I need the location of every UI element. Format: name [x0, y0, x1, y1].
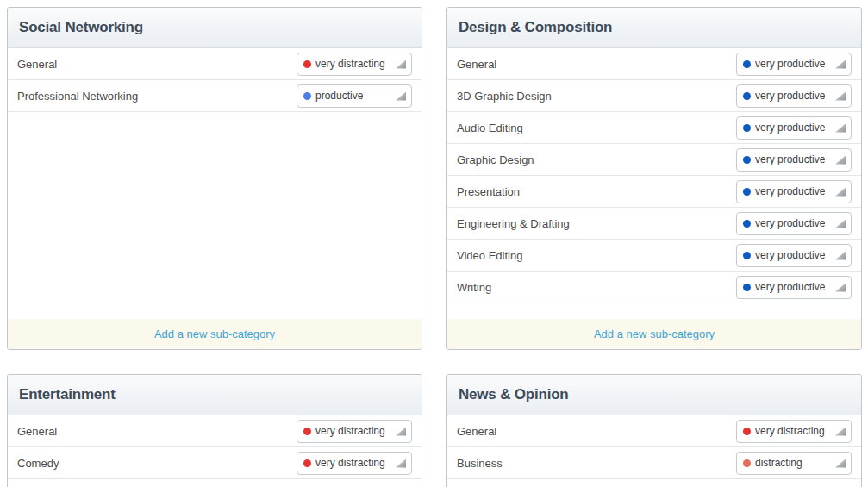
subcategory-row: Video Editing very productive: [447, 240, 861, 272]
subcategory-label: Audio Editing: [457, 122, 523, 134]
category-header: Entertainment: [8, 375, 422, 415]
subcategory-row: Business distracting: [447, 447, 861, 479]
productivity-dropdown[interactable]: productive: [297, 84, 412, 108]
subcategory-row: General very distracting: [447, 415, 861, 447]
subcategory-row: Audio Editing very productive: [447, 112, 861, 144]
dropdown-resize-grip-icon: [835, 252, 846, 260]
productivity-dropdown[interactable]: very productive: [736, 148, 852, 172]
productivity-dot-icon: [743, 220, 751, 228]
productivity-dropdown[interactable]: very productive: [736, 116, 852, 140]
productivity-value: very distracting: [315, 425, 385, 437]
subcategory-label: Video Editing: [457, 249, 522, 262]
productivity-dot-icon: [743, 252, 751, 259]
productivity-value: very productive: [755, 58, 825, 70]
dropdown-resize-grip-icon: [835, 220, 846, 228]
category-title: Entertainment: [19, 386, 116, 403]
productivity-dot-icon: [303, 60, 311, 68]
productivity-dot-icon: [303, 459, 311, 467]
subcategory-row: Engineering & Drafting very productive: [447, 208, 861, 240]
productivity-dropdown[interactable]: very distracting: [736, 420, 852, 443]
productivity-dropdown[interactable]: very productive: [736, 276, 852, 299]
subcategory-label: Comedy: [17, 457, 59, 470]
productivity-dot-icon: [743, 459, 751, 467]
subcategory-list: General very productive 3D Graphic Desig…: [447, 48, 861, 319]
subcategory-row: Writing very productive: [447, 272, 861, 303]
subcategory-label: General: [17, 58, 57, 71]
productivity-value: very productive: [755, 217, 825, 229]
subcategory-row: Presentation very productive: [447, 176, 861, 208]
productivity-dot-icon: [743, 284, 751, 291]
subcategory-label: Presentation: [457, 185, 520, 198]
productivity-value: very productive: [755, 90, 825, 102]
subcategory-label: Graphic Design: [457, 153, 534, 166]
subcategory-list: General very distracting Comedy very dis…: [8, 415, 422, 487]
productivity-dropdown[interactable]: very productive: [736, 212, 852, 235]
productivity-dot-icon: [743, 124, 751, 132]
productivity-value: very productive: [755, 281, 825, 293]
dropdown-resize-grip-icon: [835, 428, 846, 436]
panels-grid: Social Networking General very distracti…: [7, 7, 862, 487]
dropdown-resize-grip-icon: [835, 188, 846, 197]
productivity-value: distracting: [755, 457, 802, 469]
productivity-value: productive: [315, 90, 363, 102]
productivity-dropdown[interactable]: very productive: [736, 244, 852, 267]
subcategory-label: 3D Graphic Design: [457, 90, 552, 103]
productivity-value: very productive: [755, 249, 825, 261]
add-subcategory-link[interactable]: Add a new sub-category: [154, 328, 275, 340]
dropdown-resize-grip-icon: [396, 60, 406, 69]
subcategory-row: General very distracting: [8, 415, 422, 447]
productivity-dot-icon: [743, 60, 751, 68]
productivity-value: very productive: [755, 185, 825, 197]
productivity-dropdown[interactable]: very distracting: [297, 420, 412, 443]
productivity-dot-icon: [303, 428, 311, 435]
dropdown-resize-grip-icon: [835, 156, 846, 165]
productivity-dot-icon: [743, 156, 751, 164]
productivity-value: very distracting: [755, 425, 825, 437]
category-title: Design & Composition: [459, 19, 612, 36]
subcategory-label: Professional Networking: [17, 90, 138, 103]
category-panel: News & Opinion General very distracting …: [446, 374, 862, 487]
dropdown-resize-grip-icon: [835, 459, 846, 468]
subcategory-label: General: [457, 425, 496, 438]
subcategory-label: Writing: [457, 281, 491, 294]
dropdown-resize-grip-icon: [835, 124, 846, 133]
subcategory-list: General very distracting Business distra…: [447, 415, 861, 487]
dropdown-resize-grip-icon: [396, 92, 406, 101]
productivity-dropdown[interactable]: very productive: [736, 53, 852, 76]
category-panel: Social Networking General very distracti…: [7, 7, 422, 350]
subcategory-row: Graphic Design very productive: [447, 144, 861, 176]
panel-footer: Add a new sub-category: [447, 319, 861, 349]
productivity-dot-icon: [743, 188, 751, 196]
category-title: News & Opinion: [459, 386, 569, 403]
productivity-dot-icon: [303, 92, 311, 100]
dropdown-resize-grip-icon: [835, 92, 846, 101]
category-header: Design & Composition: [447, 8, 861, 48]
productivity-dropdown[interactable]: very distracting: [297, 53, 412, 76]
productivity-dropdown[interactable]: distracting: [736, 452, 852, 475]
subcategory-row: Professional Networking productive: [8, 80, 422, 112]
dropdown-resize-grip-icon: [396, 459, 406, 468]
category-panel: Entertainment General very distracting C…: [7, 374, 422, 487]
subcategory-label: General: [17, 425, 57, 438]
subcategory-row: General very productive: [447, 48, 861, 80]
subcategory-list: General very distracting Professional Ne…: [8, 48, 422, 319]
productivity-value: very distracting: [315, 58, 385, 70]
dropdown-resize-grip-icon: [835, 284, 846, 292]
subcategory-label: Business: [457, 457, 503, 470]
subcategory-row: 3D Graphic Design very productive: [447, 80, 861, 112]
subcategory-label: Engineering & Drafting: [457, 217, 570, 230]
productivity-dropdown[interactable]: very productive: [736, 180, 852, 203]
category-panel: Design & Composition General very produc…: [446, 7, 862, 350]
productivity-dropdown[interactable]: very productive: [736, 84, 852, 108]
dropdown-resize-grip-icon: [835, 60, 846, 69]
productivity-dot-icon: [743, 92, 751, 100]
productivity-value: very productive: [755, 153, 825, 165]
productivity-dropdown[interactable]: very distracting: [297, 452, 412, 475]
category-title: Social Networking: [19, 19, 143, 36]
subcategory-row: General very distracting: [8, 48, 422, 80]
dropdown-resize-grip-icon: [396, 428, 406, 436]
subcategory-label: General: [457, 58, 496, 71]
add-subcategory-link[interactable]: Add a new sub-category: [594, 328, 715, 340]
panel-footer: Add a new sub-category: [8, 319, 422, 349]
category-header: Social Networking: [8, 8, 422, 48]
